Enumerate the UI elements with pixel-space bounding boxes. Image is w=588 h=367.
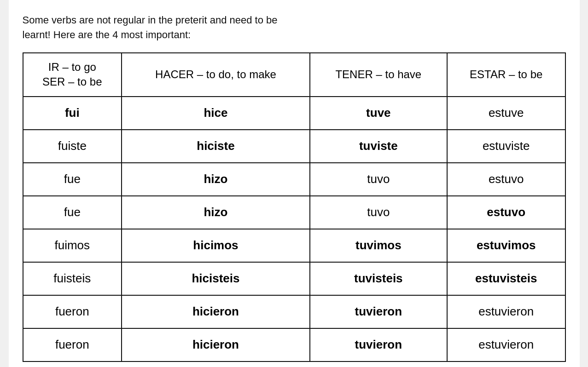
header-hacer: HACER – to do, to make xyxy=(122,53,310,97)
table-header-row: IR – to go SER – to be HACER – to do, to… xyxy=(23,53,565,97)
header-estar: ESTAR – to be xyxy=(447,53,565,97)
cell-ir-ser: fueron xyxy=(23,328,122,361)
cell-tener: tuvisteis xyxy=(310,262,447,295)
cell-ir-ser: fuisteis xyxy=(23,262,122,295)
cell-ir-ser: fue xyxy=(23,196,122,229)
cell-hacer: hicisteis xyxy=(122,262,310,295)
cell-estar: estuvo xyxy=(447,163,565,196)
table-row: fuehizotuvoestuvo xyxy=(23,163,565,196)
cell-tener: tuviste xyxy=(310,130,447,163)
cell-estar: estuvo xyxy=(447,196,565,229)
cell-estar: estuvisteis xyxy=(447,262,565,295)
table-row: fuistehicistetuvisteestuviste xyxy=(23,130,565,163)
cell-estar: estuviste xyxy=(447,130,565,163)
table-row: fuihicetuveestuve xyxy=(23,97,565,130)
cell-hacer: hicimos xyxy=(122,229,310,262)
cell-ir-ser: fui xyxy=(23,97,122,130)
header-ir-ser: IR – to go SER – to be xyxy=(23,53,122,97)
cell-tener: tuvo xyxy=(310,163,447,196)
cell-tener: tuvieron xyxy=(310,328,447,361)
cell-hacer: hicieron xyxy=(122,295,310,328)
cell-hacer: hice xyxy=(122,97,310,130)
cell-hacer: hizo xyxy=(122,163,310,196)
header-tener: TENER – to have xyxy=(310,53,447,97)
cell-ir-ser: fue xyxy=(23,163,122,196)
intro-text: Some verbs are not regular in the preter… xyxy=(23,13,566,42)
table-row: fuehizotuvoestuvo xyxy=(23,196,565,229)
cell-estar: estuvieron xyxy=(447,328,565,361)
verb-table: IR – to go SER – to be HACER – to do, to… xyxy=(23,52,566,362)
table-row: fuisteishicisteistuvisteisestuvisteis xyxy=(23,262,565,295)
table-row: fuimoshicimostuvimosestuvimos xyxy=(23,229,565,262)
table-row: fueronhicierontuvieronestuvieron xyxy=(23,295,565,328)
cell-tener: tuvieron xyxy=(310,295,447,328)
cell-tener: tuve xyxy=(310,97,447,130)
cell-estar: estuvieron xyxy=(447,295,565,328)
cell-tener: tuvo xyxy=(310,196,447,229)
cell-ir-ser: fueron xyxy=(23,295,122,328)
cell-ir-ser: fuimos xyxy=(23,229,122,262)
cell-estar: estuvimos xyxy=(447,229,565,262)
cell-hacer: hicieron xyxy=(122,328,310,361)
cell-hacer: hizo xyxy=(122,196,310,229)
table-row: fueronhicierontuvieronestuvieron xyxy=(23,328,565,361)
page-container: Some verbs are not regular in the preter… xyxy=(9,0,580,367)
cell-estar: estuve xyxy=(447,97,565,130)
cell-hacer: hiciste xyxy=(122,130,310,163)
cell-tener: tuvimos xyxy=(310,229,447,262)
cell-ir-ser: fuiste xyxy=(23,130,122,163)
